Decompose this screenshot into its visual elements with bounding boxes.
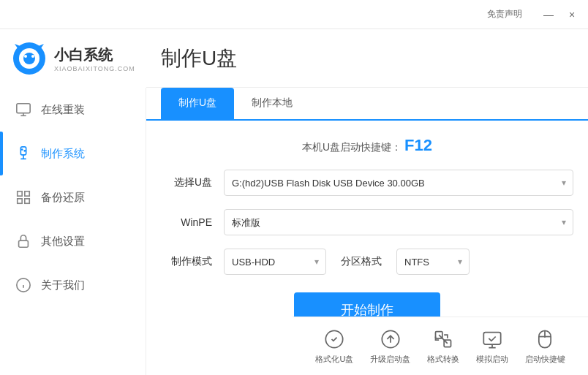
usb-select[interactable]: G:(hd2)USB Flash Disk USB Device 30.00GB [224, 170, 573, 196]
sidebar: 在线重装 制作系统 备份还原 [0, 88, 146, 375]
sidebar-item-about-us[interactable]: 关于我们 [0, 263, 146, 307]
toolbar-label-boot-shortcut: 启动快捷键 [525, 354, 565, 365]
minimize-button[interactable]: — [540, 6, 557, 23]
mode-select[interactable]: USB-HDDUSB-ZIPUSB-FDD [224, 249, 326, 275]
sidebar-label-about-us: 关于我们 [41, 279, 85, 292]
toolbar-format-usb[interactable]: 格式化U盘 [315, 327, 353, 365]
shortcut-hint: 本机U盘启动快捷键： F12 [161, 136, 573, 155]
toolbar-label-sim-boot: 模拟启动 [476, 354, 508, 365]
lock-icon [15, 232, 32, 250]
sidebar-label-backup-restore: 备份还原 [41, 191, 85, 205]
logo-area: 小白系统 XIAOBAIXITONG.COM [0, 29, 146, 88]
svg-rect-17 [19, 240, 29, 247]
sidebar-label-other-settings: 其他设置 [41, 235, 85, 249]
info-icon [15, 276, 32, 294]
mode-label: 制作模式 [161, 255, 212, 268]
svg-rect-14 [25, 192, 29, 196]
svg-rect-16 [25, 199, 29, 203]
close-button[interactable]: × [563, 6, 581, 23]
tabs: 制作U盘 制作本地 [146, 88, 588, 121]
svg-rect-7 [17, 104, 30, 113]
sidebar-item-make-system[interactable]: 制作系统 [0, 132, 146, 175]
svg-point-6 [31, 55, 34, 58]
shortcut-prefix: 本机U盘启动快捷键： [302, 141, 402, 153]
sidebar-item-other-settings[interactable]: 其他设置 [0, 219, 146, 263]
usb-label: 选择U盘 [161, 176, 212, 189]
svg-rect-13 [18, 192, 22, 196]
svg-rect-27 [483, 333, 500, 344]
usb-icon [15, 145, 32, 162]
usb-control: G:(hd2)USB Flash Disk USB Device 30.00GB… [224, 170, 573, 196]
shortcut-key: F12 [404, 136, 432, 154]
winpe-row: WinPE 标准版高级版 ▾ [161, 209, 573, 235]
svg-point-2 [23, 53, 35, 64]
logo-icon [12, 41, 47, 76]
svg-rect-15 [18, 199, 22, 203]
title-bar-actions: 免责声明 — × [487, 6, 581, 23]
tab-make-usb[interactable]: 制作U盘 [161, 88, 234, 121]
toolbar-sim-boot[interactable]: 模拟启动 [476, 327, 508, 365]
desktop-icon [480, 327, 504, 351]
check-circle-icon [323, 327, 346, 351]
mouse-icon [533, 327, 557, 351]
logo-sub-text: XIAOBAIXITONG.COM [54, 65, 135, 72]
logo-text-wrap: 小白系统 XIAOBAIXITONG.COM [54, 45, 135, 72]
toolbar-label-format-convert: 格式转换 [427, 354, 459, 365]
winpe-select[interactable]: 标准版高级版 [224, 209, 573, 235]
sidebar-item-online-reinstall[interactable]: 在线重装 [0, 88, 146, 132]
tab-make-local[interactable]: 制作本地 [234, 88, 310, 121]
sidebar-label-online-reinstall: 在线重装 [41, 103, 85, 117]
partition-label: 分区格式 [341, 255, 382, 268]
toolbar-label-format-usb: 格式化U盘 [315, 354, 353, 365]
start-button[interactable]: 开始制作 [294, 292, 440, 317]
svg-point-5 [24, 55, 27, 58]
disclaimer-text[interactable]: 免责声明 [487, 8, 522, 20]
partition-select[interactable]: NTFSFAT32exFAT [396, 249, 470, 275]
convert-icon [431, 327, 455, 351]
toolbar-upgrade-boot[interactable]: 升级启动盘 [370, 327, 410, 365]
arrow-up-circle-icon [379, 327, 402, 351]
monitor-icon [15, 101, 32, 118]
form-section: 本机U盘启动快捷键： F12 选择U盘 G:(hd2)USB Flash Dis… [146, 124, 588, 317]
toolbar-label-upgrade-boot: 升级启动盘 [370, 354, 410, 365]
bottom-toolbar: 格式化U盘 升级启动盘 格式 [293, 317, 588, 375]
grid-icon [15, 189, 32, 206]
main-content: 制作U盘 制作本地 本机U盘启动快捷键： F12 选择U盘 G:(hd2)USB… [146, 88, 588, 375]
svg-line-26 [439, 335, 448, 344]
toolbar-format-convert[interactable]: 格式转换 [427, 327, 459, 365]
page-title: 制作U盘 [146, 29, 588, 88]
sidebar-item-backup-restore[interactable]: 备份还原 [0, 175, 146, 219]
sidebar-label-make-system: 制作系统 [41, 147, 85, 161]
toolbar-boot-shortcut[interactable]: 启动快捷键 [525, 327, 565, 365]
logo-main-text: 小白系统 [54, 45, 135, 65]
usb-row: 选择U盘 G:(hd2)USB Flash Disk USB Device 30… [161, 170, 573, 196]
winpe-control: 标准版高级版 ▾ [224, 209, 573, 235]
title-bar: 免责声明 — × [0, 0, 588, 29]
mode-partition-row: 制作模式 USB-HDDUSB-ZIPUSB-FDD ▾ 分区格式 NTFSFA… [161, 249, 573, 275]
winpe-label: WinPE [161, 216, 212, 228]
